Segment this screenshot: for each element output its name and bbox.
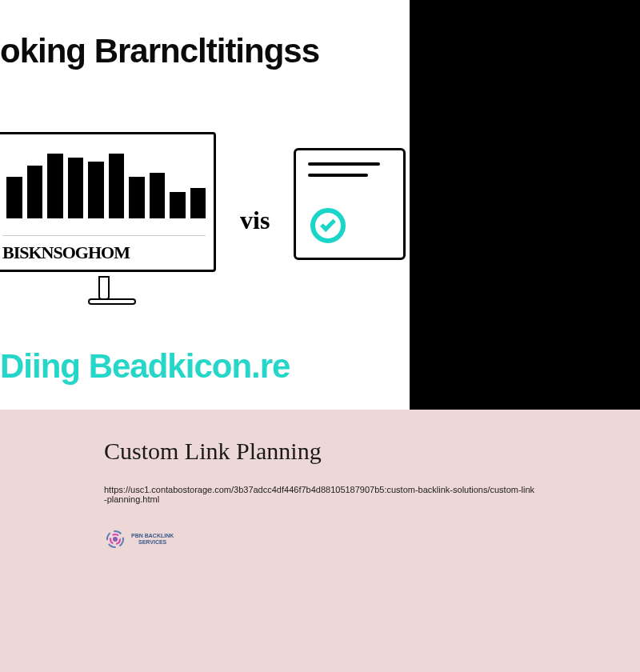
monitor-screen-left: BISKNSOGHOM (0, 132, 216, 272)
top-headline: oking Brarncltitingss (0, 32, 319, 70)
monitors-row: BISKNSOGHOM vis (0, 128, 410, 312)
black-side-panel (410, 0, 640, 410)
logo-line1: PBN BACKLINK (131, 533, 174, 539)
monitor-right (294, 148, 410, 292)
svg-point-2 (113, 537, 118, 542)
brand-logo[interactable]: PBN BACKLINK SERVICES (104, 528, 536, 550)
article-title: Custom Link Planning (104, 438, 536, 465)
monitor-left-label: BISKNSOGHOM (2, 235, 206, 263)
checkmark-icon (310, 208, 346, 243)
text-lines-icon (308, 162, 391, 177)
vis-label: vis (240, 206, 270, 235)
bottom-headline: Diing Beadkicon.re (0, 347, 290, 386)
hero-section: oking Brarncltitingss (0, 0, 640, 410)
logo-text: PBN BACKLINK SERVICES (131, 533, 174, 545)
illustration-panel: oking Brarncltitingss (0, 0, 410, 410)
monitor-screen-right (294, 148, 406, 260)
article-section: Custom Link Planning https://usc1.contab… (0, 410, 640, 672)
article-url[interactable]: https://usc1.contabostorage.com/3b37adcc… (104, 485, 536, 504)
logo-line2: SERVICES (131, 539, 174, 546)
monitor-left: BISKNSOGHOM (0, 132, 216, 308)
monitor-stand-icon (88, 276, 120, 312)
logo-swirl-icon (104, 528, 126, 550)
bar-chart-icon (2, 142, 206, 218)
